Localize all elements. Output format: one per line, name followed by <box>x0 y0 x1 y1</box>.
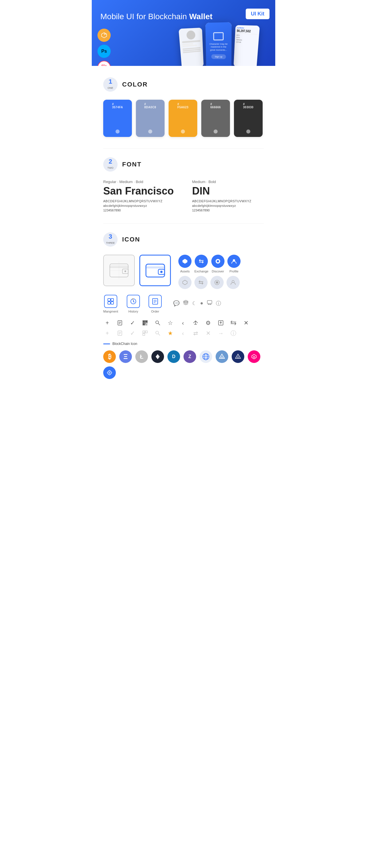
star-icon: ☆ <box>166 319 174 327</box>
wallet-icons-row: Assets Exchange Discover <box>103 255 264 289</box>
profile-icon-gray <box>227 276 240 289</box>
phone-1 <box>179 28 204 66</box>
crypto-icons-row: ₿ Ξ Ł D Z <box>103 350 264 379</box>
plus-icon-gray: + <box>103 329 111 337</box>
color-section-title: COLOR <box>122 81 148 88</box>
chevron-left-icon-gray: ‹ <box>179 329 187 337</box>
zcash-icon: Z <box>184 350 196 363</box>
discover-icon <box>211 255 225 268</box>
share-icon <box>192 319 200 327</box>
swatch-gray: #666666 <box>201 100 230 137</box>
history-icon <box>127 295 140 308</box>
swap-icon <box>229 319 237 327</box>
x-icon-gray: ✕ <box>204 329 212 337</box>
sf-numbers: 1234567890 <box>103 209 175 212</box>
sketch-badge <box>97 29 111 42</box>
order-label: Order <box>151 310 159 313</box>
info-icon-gray: ⓘ <box>229 329 237 337</box>
dash-icon: D <box>167 350 180 363</box>
sf-styles: Regular · Medium · Bold <box>103 180 175 184</box>
management-icon <box>104 295 117 308</box>
svg-rect-29 <box>207 301 212 304</box>
discover-icon-gray <box>210 276 224 289</box>
exchange-icon-box: Exchange <box>194 255 208 273</box>
misc-icons-row-2: + ✓ ★ ‹ ⇄ ✕ → ⓘ <box>103 329 264 337</box>
color-swatches-container: #3574FA #8DA0C8 #F5A623 #666666 #303030 <box>103 100 264 137</box>
exchange-label: Exchange <box>194 270 208 273</box>
din-lowercase: abcdefghijklmnopqrstuvwxyz <box>192 204 264 208</box>
din-name: DIN <box>192 185 264 197</box>
wallet-icon-filled <box>139 255 171 286</box>
moon-icon: ☾ <box>192 300 197 307</box>
assets-icon <box>178 255 192 268</box>
svg-rect-40 <box>145 323 146 324</box>
misc-icons-row-1: + ✓ ☆ ‹ ⚙ ✕ <box>103 319 264 327</box>
sf-name: San Francisco <box>103 185 175 197</box>
blue-coin-icon <box>103 366 116 379</box>
swatch-gray-blue: #8DA0C8 <box>136 100 165 137</box>
divider-1 <box>103 148 264 149</box>
hero-section: Mobile UI for Blockchain Wallet UI Kit P… <box>92 0 275 66</box>
search-icon <box>154 319 162 327</box>
svg-rect-50 <box>143 331 145 333</box>
color-section-header: 1 ONE COLOR <box>103 78 264 92</box>
blockchain-label: BlockChain Icon <box>103 342 264 346</box>
exchange-icon <box>195 255 208 268</box>
close-icon: ✕ <box>242 319 250 327</box>
svg-rect-41 <box>147 323 147 324</box>
color-section-number: 1 ONE <box>103 78 117 92</box>
misc-icons-right: 💬 ☾ ● ⓘ <box>173 300 221 307</box>
check-icon: ✓ <box>129 319 137 327</box>
profile-icon-box: Profile <box>227 255 241 273</box>
svg-rect-8 <box>146 264 165 277</box>
layers-icon <box>183 300 189 307</box>
hero-title-bold: Wallet <box>189 12 213 21</box>
svg-rect-9 <box>146 267 165 269</box>
icon-section-title: ICON <box>122 236 140 243</box>
icon-section-header: 3 THREE ICON <box>103 232 264 247</box>
svg-point-18 <box>216 281 218 284</box>
settings-icon: ⚙ <box>204 319 212 327</box>
svg-rect-37 <box>146 321 147 322</box>
font-col-sf: Regular · Medium · Bold San Francisco AB… <box>103 180 175 212</box>
svg-rect-21 <box>111 299 114 301</box>
qr-icon-gray <box>141 329 149 337</box>
note-icon-gray <box>116 329 124 337</box>
swatch-dark: #303030 <box>234 100 263 137</box>
bitcoin-icon: ₿ <box>103 350 116 363</box>
matic-icon <box>248 350 260 363</box>
ethereum-icon: Ξ <box>119 350 132 363</box>
svg-line-54 <box>158 334 160 336</box>
hero-title-text: Mobile UI for Blockchain <box>101 12 189 21</box>
ps-badge: Ps <box>97 45 111 58</box>
discover-label: Discover <box>212 270 224 273</box>
font-section-title: FONT <box>122 161 142 168</box>
nav-icons-row-gray <box>178 276 241 289</box>
circle-icon: ● <box>200 300 203 306</box>
svg-rect-42 <box>145 324 147 325</box>
blockchain-label-text: BlockChain Icon <box>112 342 137 346</box>
plus-icon: + <box>103 319 111 327</box>
discover-icon-box: Discover <box>211 255 225 273</box>
svg-rect-22 <box>108 302 110 304</box>
qr-icon <box>141 319 149 327</box>
svg-marker-16 <box>182 280 187 285</box>
wallet-icon-outline <box>103 255 135 286</box>
font-section-number: 2 TWO <box>103 157 117 172</box>
order-icon-box: Order <box>148 295 162 313</box>
font-section-header: 2 TWO FONT <box>103 157 264 172</box>
svg-rect-52 <box>143 334 145 336</box>
verge-icon <box>232 350 244 363</box>
history-label: History <box>129 310 138 313</box>
svg-point-43 <box>156 321 159 324</box>
main-content: 1 ONE COLOR #3574FA #8DA0C8 #F5A623 #666… <box>92 66 275 399</box>
bubble-icon <box>207 300 213 307</box>
swatch-blue: #3574FA <box>103 100 132 137</box>
assets-icon-gray <box>178 276 192 289</box>
history-icon-box: History <box>127 295 140 313</box>
font-col-din: Medium · Bold DIN ABCDEFGHIJKLMNOPQRSTUV… <box>192 180 264 212</box>
sf-lowercase: abcdefghijklmnopqrstuvwxyz <box>103 204 175 208</box>
svg-rect-20 <box>108 299 110 301</box>
search-icon-gray <box>154 329 162 337</box>
hero-badges: Ps 60+Screens <box>97 29 111 66</box>
